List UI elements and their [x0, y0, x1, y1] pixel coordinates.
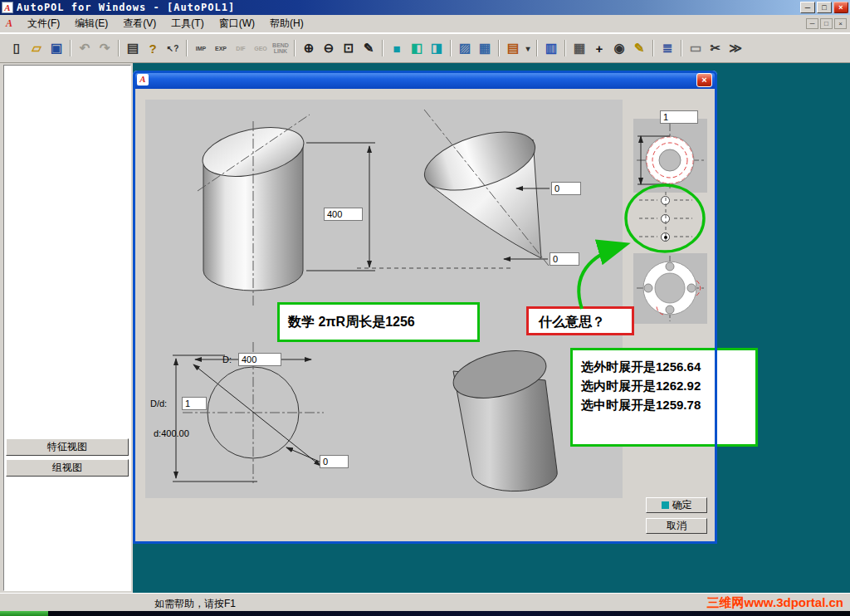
zoom-in-icon[interactable]: ⊕	[299, 38, 319, 58]
menubar: A 文件(F)编辑(E)查看(V)工具(T)窗口(W)帮助(H) ─ □ ×	[0, 15, 850, 33]
report-icon[interactable]: ≣	[657, 38, 677, 58]
unfold-dialog: A ×	[133, 71, 717, 544]
menu-tools[interactable]: 工具(T)	[164, 14, 211, 33]
cone-upper-dim-input[interactable]: 0	[551, 182, 581, 195]
view-wire-icon[interactable]: ◨	[427, 38, 447, 58]
eye-icon[interactable]: ◉	[609, 38, 629, 58]
ring-preview	[633, 119, 707, 193]
palette-icon[interactable]: ▤	[503, 38, 523, 58]
result-outer: 选外时展开是1256.64	[581, 357, 755, 376]
menu-edit[interactable]: 编辑(E)	[67, 14, 115, 33]
mdi-close-button[interactable]: ×	[834, 18, 847, 29]
open-icon[interactable]: ▱	[27, 38, 46, 58]
dialog-logo-icon: A	[137, 74, 149, 86]
cancel-button[interactable]: 取消	[646, 518, 707, 534]
pencil-icon[interactable]: ✎	[629, 38, 649, 58]
unfold-doc-icon[interactable]: ▨	[455, 38, 475, 58]
toolbar-separator	[564, 40, 566, 56]
close-button[interactable]: ×	[833, 2, 848, 13]
import-icon[interactable]: IMP	[191, 38, 211, 58]
dropdown-arrow-icon[interactable]: ▾	[523, 38, 533, 58]
ok-button[interactable]: 确定	[646, 497, 707, 513]
toolbar-separator	[294, 40, 296, 56]
toolbar-separator	[186, 40, 188, 56]
mdi-minimize-button[interactable]: ─	[806, 18, 818, 29]
new-icon[interactable]: ▯	[7, 38, 27, 58]
group-view-button[interactable]: 组视图	[6, 459, 129, 477]
radio-middle-line[interactable]	[661, 214, 670, 223]
view-solid-icon[interactable]: ■	[387, 38, 407, 58]
ratio-input[interactable]: 1	[182, 397, 207, 410]
status-help-text: 如需帮助，请按F1	[154, 597, 236, 611]
result-middle: 选中时展开是1259.78	[581, 395, 755, 414]
ok-icon	[662, 501, 669, 509]
height-dim-input[interactable]: 400	[324, 208, 363, 221]
toolbar: ▯▱▣↶↷▤?↖?IMPEXPDIFGEOBEND LINK⊕⊖⊡✎■◧◨▨▦▤…	[0, 33, 850, 63]
feature-tree-area[interactable]	[4, 66, 130, 590]
small-diameter-label: d:400.00	[154, 428, 189, 438]
drawing-preview: 400 0 0 D: 400 D/d: 1 d:400.00 0	[145, 100, 623, 498]
diameter-label: D:	[222, 354, 232, 364]
question-note: 什么意思？	[526, 306, 634, 335]
bend-link-icon[interactable]: BEND LINK	[271, 38, 291, 58]
move-icon[interactable]: +	[589, 38, 609, 58]
export-icon[interactable]: EXP	[211, 38, 231, 58]
geo-icon: GEO	[251, 38, 271, 58]
result-inner: 选内时展开是1262.92	[581, 376, 755, 395]
titlebar[interactable]: A AutoPOL for Windows - [AutoPOL1] ─ □ ×	[0, 0, 850, 15]
toolbar-separator	[681, 40, 682, 56]
sketch-icon[interactable]: ✎	[359, 38, 379, 58]
start-button-edge[interactable]	[0, 611, 48, 616]
circumference-note: 数学 2πR周长是1256	[277, 302, 480, 342]
toolbar-separator	[118, 40, 120, 56]
cone-lower-dim-input[interactable]: 0	[550, 252, 579, 266]
cancel-label: 取消	[667, 520, 686, 531]
dialog-titlebar[interactable]: A ×	[133, 71, 717, 89]
menu-view[interactable]: 查看(V)	[115, 14, 164, 33]
menu-file[interactable]: 文件(F)	[20, 14, 67, 33]
more-icon[interactable]: ≫	[725, 38, 745, 58]
toolbar-separator	[450, 40, 452, 56]
help-icon[interactable]: ?	[143, 38, 163, 58]
dialog-close-button[interactable]: ×	[696, 73, 712, 87]
table-doc-icon[interactable]: ▦	[475, 38, 495, 58]
dif-icon: DIF	[231, 38, 251, 58]
feature-tree-panel: 特征视图 组视图	[3, 65, 131, 591]
window-controls: ─ □ ×	[799, 2, 848, 13]
diameter-input[interactable]: 400	[238, 353, 281, 366]
mdi-workspace: A ×	[133, 63, 850, 593]
watermark-text: 三维网www.3dportal.cn	[707, 595, 843, 611]
save-icon[interactable]: ▣	[46, 38, 66, 58]
menu-items: 文件(F)编辑(E)查看(V)工具(T)窗口(W)帮助(H)	[20, 14, 311, 33]
mdi-window-controls: ─ □ ×	[804, 18, 847, 29]
menu-window[interactable]: 窗口(W)	[212, 14, 262, 33]
zoom-out-icon[interactable]: ⊖	[319, 38, 339, 58]
menu-help[interactable]: 帮助(H)	[262, 14, 311, 33]
notebook-icon[interactable]: ▥	[541, 38, 561, 58]
radio-outer-line[interactable]	[661, 196, 670, 205]
toolbar-separator	[536, 40, 538, 56]
zoom-window-icon[interactable]: ⊡	[339, 38, 359, 58]
drawing-canvas	[145, 100, 623, 498]
flange-preview	[633, 253, 707, 324]
count-input[interactable]: 1	[660, 110, 698, 124]
context-help-icon[interactable]: ↖?	[163, 38, 183, 58]
mdi-restore-button[interactable]: □	[820, 18, 833, 29]
document-logo-icon: A	[3, 18, 15, 30]
taskbar-edge	[0, 611, 850, 616]
radio-inner-line[interactable]	[661, 232, 670, 242]
feature-view-button[interactable]: 特征视图	[6, 438, 129, 456]
restore-button[interactable]: □	[817, 2, 832, 13]
grid-icon[interactable]: ▦	[569, 38, 589, 58]
view-half-icon[interactable]: ◧	[407, 38, 427, 58]
toolbar-separator	[652, 40, 654, 56]
print-icon[interactable]: ▤	[123, 38, 143, 58]
toolbar-separator	[382, 40, 383, 56]
statusbar: 如需帮助，请按F1 三维网www.3dportal.cn	[0, 593, 850, 611]
flange-preview-image	[633, 253, 707, 324]
marker-icon[interactable]: ▭	[686, 38, 706, 58]
unfold-results-note: 选外时展开是1256.64 选内时展开是1262.92 选中时展开是1259.7…	[570, 348, 758, 447]
minimize-button[interactable]: ─	[800, 2, 815, 13]
scissors-icon[interactable]: ✂	[706, 38, 725, 58]
angle-dim-input[interactable]: 0	[320, 455, 349, 468]
